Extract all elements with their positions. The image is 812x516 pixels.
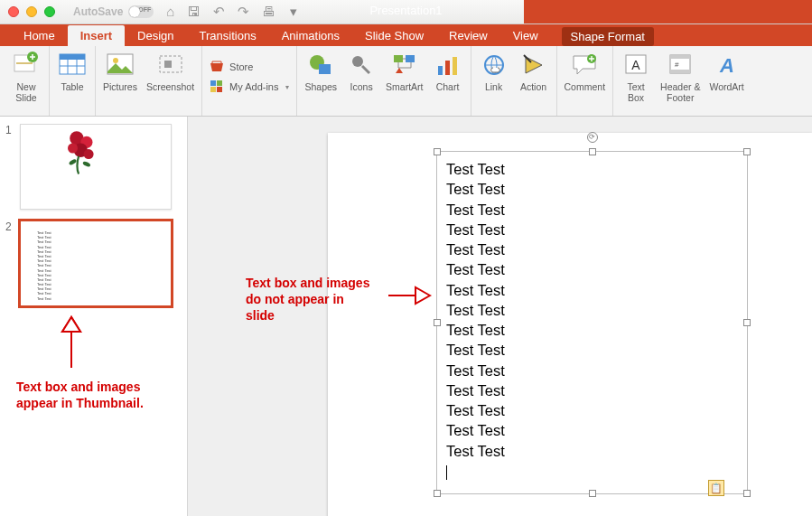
text-line: Test Test [446, 200, 738, 220]
wordart-button[interactable]: A WordArt [709, 50, 743, 93]
redo-icon[interactable]: ↷ [238, 4, 249, 20]
ribbon-group-comments: Comment [557, 46, 614, 116]
new-slide-icon [11, 50, 42, 80]
chart-label: Chart [436, 82, 460, 93]
svg-rect-16 [394, 55, 403, 62]
resize-handle-mr[interactable] [743, 319, 751, 326]
text-line: Test Test [446, 400, 738, 420]
tab-home[interactable]: Home [11, 25, 68, 46]
action-label: Action [520, 82, 546, 93]
svg-rect-27 [670, 70, 690, 73]
autosave-control[interactable]: AutoSave OFF [73, 5, 154, 18]
svg-rect-9 [210, 80, 216, 86]
icons-button[interactable]: Icons [346, 50, 377, 93]
new-slide-button[interactable]: New Slide [11, 50, 42, 103]
thumbnail-number: 2 [5, 220, 14, 306]
text-box-selection[interactable]: ⟳ Test TestTest TestTest TestTest TestTe… [436, 151, 748, 494]
action-button[interactable]: Action [518, 50, 549, 93]
smartart-button[interactable]: SmartArt [386, 50, 423, 93]
svg-rect-26 [670, 55, 690, 59]
new-slide-label: New Slide [15, 82, 36, 103]
text-box-label: Text Box [627, 82, 644, 103]
rotate-handle-icon[interactable]: ⟳ [587, 132, 598, 143]
print-icon[interactable]: 🖶 [262, 4, 275, 20]
resize-handle-ml[interactable] [434, 319, 441, 326]
ribbon-group-text: A Text Box # Header & Footer A WordArt [613, 46, 751, 116]
home-icon[interactable]: ⌂ [166, 4, 174, 20]
resize-handle-br[interactable] [743, 490, 751, 497]
ribbon-group-images: Pictures Screenshot [96, 46, 202, 116]
table-label: Table [61, 82, 83, 93]
slide-thumbnail-pane: 1 2 Test TestTest TestTest TestTest Test… [0, 117, 188, 516]
text-line: Test Test [446, 280, 738, 300]
ribbon-group-tables: Table [50, 46, 96, 116]
shapes-button[interactable]: Shapes [304, 50, 337, 93]
store-button[interactable]: Store [210, 60, 289, 74]
tab-review[interactable]: Review [436, 25, 500, 46]
close-window-button[interactable] [8, 6, 19, 17]
save-icon[interactable]: 🖫 [187, 4, 201, 20]
tab-slideshow[interactable]: Slide Show [352, 25, 436, 46]
chart-icon [433, 50, 463, 80]
store-icon [210, 60, 224, 74]
ribbon-tabstrip: Home Insert Design Transitions Animation… [0, 24, 812, 46]
header-footer-icon: # [665, 50, 695, 80]
table-button[interactable]: Table [57, 50, 88, 93]
action-icon [518, 50, 549, 80]
tab-animations[interactable]: Animations [269, 25, 352, 46]
minimize-window-button[interactable] [26, 6, 37, 17]
comment-button[interactable]: Comment [565, 50, 606, 93]
text-line: Test Test [446, 340, 738, 360]
header-footer-button[interactable]: # Header & Footer [660, 50, 700, 103]
link-button[interactable]: Link [479, 50, 509, 93]
text-line: Test Test [446, 179, 738, 199]
screenshot-icon [155, 50, 186, 80]
resize-handle-tl[interactable] [434, 148, 441, 155]
zoom-window-button[interactable] [44, 6, 55, 17]
svg-text:A: A [631, 58, 640, 72]
pictures-label: Pictures [103, 82, 137, 93]
titlebar-accent [524, 0, 812, 23]
tab-design[interactable]: Design [125, 25, 186, 46]
header-footer-label: Header & Footer [660, 82, 700, 103]
text-line: Test Test [446, 220, 738, 239]
ribbon-group-slides: New Slide [4, 46, 50, 116]
autosave-toggle[interactable]: OFF [128, 5, 154, 18]
undo-icon[interactable]: ↶ [213, 4, 225, 20]
tab-insert[interactable]: Insert [68, 25, 125, 46]
resize-handle-tm[interactable] [589, 148, 596, 155]
ribbon: New Slide Table Pictures Screenshot [0, 46, 812, 117]
tab-shape-format[interactable]: Shape Format [562, 27, 654, 46]
wordart-icon: A [712, 50, 742, 80]
comment-label: Comment [565, 82, 606, 93]
thumbnail-preview [20, 124, 172, 210]
text-box-button[interactable]: A Text Box [621, 50, 651, 103]
wordart-label: WordArt [709, 82, 743, 93]
text-line: Test Test [446, 159, 738, 179]
svg-point-36 [82, 161, 91, 168]
thumbnail-slide-2[interactable]: 2 Test TestTest TestTest TestTest TestTe… [5, 220, 182, 306]
svg-point-6 [113, 58, 118, 63]
svg-rect-18 [438, 66, 443, 75]
resize-handle-bm[interactable] [589, 490, 596, 497]
text-line: Test Test [446, 441, 738, 461]
my-addins-button[interactable]: My Add-ins▾ [210, 80, 289, 94]
screenshot-label: Screenshot [146, 82, 194, 93]
tab-view[interactable]: View [500, 25, 551, 46]
resize-handle-tr[interactable] [743, 148, 751, 155]
pictures-button[interactable]: Pictures [103, 50, 137, 93]
text-line: Test Test [446, 380, 738, 400]
paste-options-button[interactable]: 📋 [708, 480, 724, 496]
slide-canvas: ⟳ Test TestTest TestTest TestTest TestTe… [188, 117, 812, 516]
quick-access-toolbar: ⌂ 🖫 ↶ ↷ 🖶 ▾ [166, 4, 297, 20]
text-box-content[interactable]: Test TestTest TestTest TestTest TestTest… [437, 152, 747, 488]
screenshot-button[interactable]: Screenshot [146, 50, 194, 93]
text-cursor [446, 465, 447, 480]
thumbnail-slide-1[interactable]: 1 [5, 124, 182, 210]
qat-more-icon[interactable]: ▾ [290, 4, 297, 20]
tab-transitions[interactable]: Transitions [187, 25, 269, 46]
comment-icon [569, 50, 600, 80]
my-addins-label: My Add-ins [229, 81, 278, 92]
chart-button[interactable]: Chart [433, 50, 463, 93]
resize-handle-bl[interactable] [434, 490, 441, 497]
